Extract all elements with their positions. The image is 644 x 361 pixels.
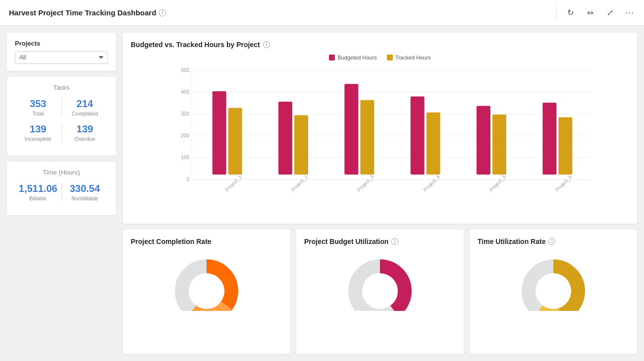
legend-budgeted-dot [329, 55, 335, 60]
billable-value: 1,511.06 [15, 183, 61, 194]
time-stats: 1,511.06 Billable 330.54 Nonbillable [15, 183, 108, 201]
svg-rect-17 [278, 102, 292, 175]
time-section-label: Time (Hours) [15, 169, 108, 176]
svg-rect-18 [294, 115, 308, 175]
refresh-icon[interactable]: ↻ [565, 8, 576, 17]
svg-rect-15 [228, 108, 242, 175]
svg-rect-14 [213, 91, 226, 175]
budget-utilization-donut [304, 251, 456, 311]
completion-rate-title: Project Completion Rate [131, 238, 282, 245]
svg-text:Project_4: Project_4 [422, 174, 441, 192]
svg-text:Project_1: Project_1 [224, 174, 243, 192]
legend-tracked: Tracked Hours [387, 55, 431, 60]
completion-rate-card: Project Completion Rate [123, 230, 290, 354]
time-utilization-card: Time Utilization Rate i [470, 230, 637, 354]
completion-donut-svg [167, 251, 246, 311]
header-title-group: Harvest Project Time Tracking Dashboard … [9, 8, 166, 17]
total-label: Total [15, 111, 61, 117]
svg-text:400: 400 [181, 89, 189, 95]
legend-tracked-label: Tracked Hours [395, 55, 431, 60]
svg-text:Project_2: Project_2 [290, 174, 309, 192]
nonbillable-stat: 330.54 Nonbillable [61, 183, 108, 201]
time-donut-svg [514, 251, 593, 311]
svg-rect-21 [360, 100, 374, 175]
sidebar: Projects All Project_1 Project_2 Project… [7, 33, 116, 354]
svg-rect-23 [411, 97, 425, 175]
completion-rate-donut [131, 251, 282, 311]
svg-rect-26 [477, 106, 490, 175]
svg-text:Project_5: Project_5 [488, 174, 507, 192]
nonbillable-value: 330.54 [62, 183, 108, 194]
total-stat: 353 Total [15, 98, 61, 117]
expand-icon[interactable]: ⤢ [604, 8, 615, 17]
bottom-row: Project Completion Rate [123, 230, 637, 354]
svg-rect-27 [492, 115, 506, 175]
bar-chart-svg: 0 100 200 300 400 500 Project_1Project_2… [131, 65, 629, 214]
overdue-stat: 139 Overdue [61, 123, 108, 142]
budget-utilization-card: Project Budget Utilization i [296, 230, 464, 354]
budget-utilization-title: Project Budget Utilization i [304, 238, 456, 245]
overdue-value: 139 [62, 123, 108, 135]
svg-text:300: 300 [181, 111, 189, 117]
billable-label: Billable [15, 195, 61, 201]
header-divider [556, 6, 557, 20]
svg-text:500: 500 [181, 67, 189, 73]
tasks-section-label: Tasks [15, 84, 108, 91]
tasks-card: Tasks 353 Total 214 Completed 139 Incomp… [7, 77, 116, 156]
projects-card: Projects All Project_1 Project_2 Project… [7, 33, 116, 71]
nonbillable-label: Nonbillable [62, 195, 108, 201]
budget-info-icon[interactable]: i [391, 238, 398, 245]
dashboard: Harvest Project Time Tracking Dashboard … [0, 0, 644, 361]
legend-budgeted: Budgeted Hours [329, 55, 377, 60]
header-icons: ↻ ⇔ ⤢ ··· [565, 7, 635, 18]
title-info-icon[interactable]: i [159, 9, 166, 16]
svg-rect-20 [344, 84, 358, 175]
link-icon[interactable]: ⇔ [585, 8, 595, 17]
completed-stat: 214 Completed [61, 98, 108, 117]
content-area: Budgeted vs. Tracked Hours by Project i … [123, 33, 637, 354]
svg-text:Project_3: Project_3 [356, 174, 375, 192]
incomplete-stat: 139 Incomplete [15, 123, 61, 142]
projects-label: Projects [15, 40, 108, 47]
budget-donut-svg [340, 251, 420, 311]
svg-text:100: 100 [181, 155, 189, 160]
bar-chart-info-icon[interactable]: i [263, 41, 270, 48]
completed-label: Completed [62, 111, 108, 117]
svg-text:Project_6: Project_6 [554, 174, 573, 192]
incomplete-value: 139 [15, 123, 61, 135]
incomplete-label: Incomplete [15, 136, 61, 142]
svg-rect-24 [427, 113, 440, 175]
svg-text:200: 200 [181, 133, 189, 138]
time-card: Time (Hours) 1,511.06 Billable 330.54 No… [7, 162, 116, 215]
completed-value: 214 [62, 98, 108, 110]
legend-tracked-dot [387, 55, 393, 60]
time-utilization-title: Time Utilization Rate i [478, 238, 629, 245]
time-utilization-donut [478, 251, 629, 311]
main-content: Projects All Project_1 Project_2 Project… [0, 26, 644, 361]
total-value: 353 [15, 98, 61, 110]
billable-stat: 1,511.06 Billable [15, 183, 61, 201]
projects-select[interactable]: All Project_1 Project_2 Project_3 Projec… [15, 51, 108, 64]
bar-chart-title: Budgeted vs. Tracked Hours by Project i [131, 41, 629, 49]
tasks-top-stats: 353 Total 214 Completed [15, 98, 108, 117]
header: Harvest Project Time Tracking Dashboard … [0, 0, 644, 26]
bar-chart-card: Budgeted vs. Tracked Hours by Project i … [123, 33, 637, 224]
chart-legend: Budgeted Hours Tracked Hours [131, 55, 629, 60]
bar-chart-area: Budgeted Hours Tracked Hours [131, 55, 629, 216]
time-util-info-icon[interactable]: i [548, 238, 555, 245]
svg-rect-29 [542, 103, 556, 175]
overdue-label: Overdue [62, 136, 108, 142]
svg-rect-30 [558, 118, 572, 175]
more-icon[interactable]: ··· [624, 7, 635, 18]
tasks-bottom-stats: 139 Incomplete 139 Overdue [15, 123, 108, 142]
svg-text:0: 0 [186, 177, 189, 182]
legend-budgeted-label: Budgeted Hours [337, 55, 377, 60]
page-title: Harvest Project Time Tracking Dashboard [9, 8, 156, 17]
